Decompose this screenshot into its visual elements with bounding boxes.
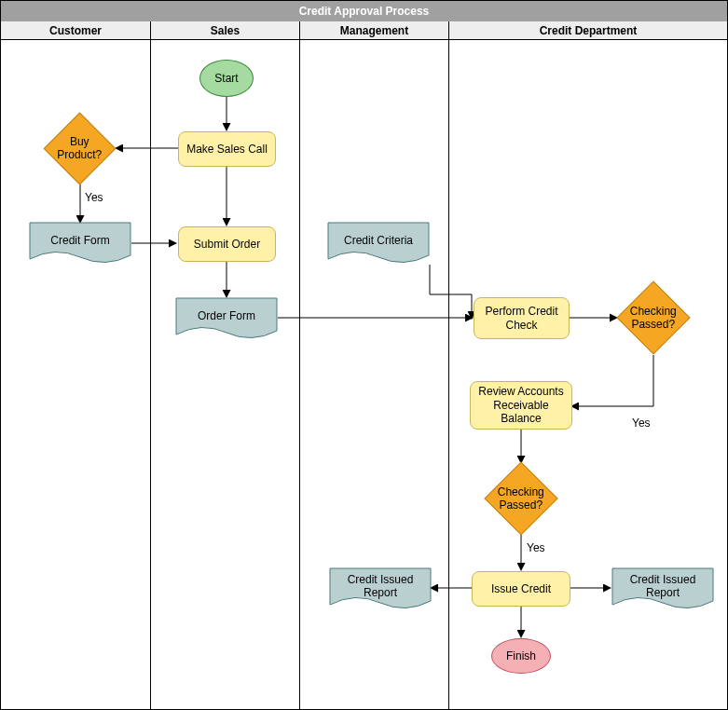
- checking-passed-1-yes: Yes: [632, 416, 651, 430]
- credit-issued-report-right-label: Credit Issued Report: [611, 573, 714, 599]
- credit-criteria-label: Credit Criteria: [344, 234, 413, 247]
- finish-label: Finish: [506, 649, 536, 662]
- credit-criteria-doc: Credit Criteria: [327, 222, 430, 266]
- buy-product-label: Buy Product?: [57, 135, 102, 162]
- swimlane-diagram: Credit Approval Process Customer Sales M…: [0, 0, 728, 710]
- order-form-doc: Order Form: [175, 297, 278, 342]
- lane-header-management: Management: [299, 21, 448, 40]
- finish-node: Finish: [491, 638, 551, 674]
- lane-divider: [299, 21, 300, 709]
- lane-header-customer: Customer: [1, 21, 150, 40]
- perform-credit-check-label: Perform Credit Check: [478, 305, 565, 332]
- lane-divider: [448, 21, 449, 709]
- credit-issued-report-left-label: Credit Issued Report: [329, 573, 432, 599]
- issue-credit-label: Issue Credit: [491, 582, 551, 595]
- checking-passed-1-label: Checking Passed?: [630, 305, 677, 332]
- make-sales-call-node: Make Sales Call: [178, 131, 276, 167]
- lane-header-credit: Credit Department: [448, 21, 727, 40]
- credit-issued-report-left-doc: Credit Issued Report: [329, 567, 432, 612]
- lane-header-sales: Sales: [150, 21, 299, 40]
- buy-product-yes-label: Yes: [85, 191, 103, 204]
- issue-credit-node: Issue Credit: [472, 571, 570, 607]
- review-ar-label: Review Accounts Receivable Balance: [474, 385, 568, 425]
- start-node: Start: [199, 60, 254, 97]
- perform-credit-check-node: Perform Credit Check: [474, 297, 570, 339]
- order-form-label: Order Form: [198, 309, 255, 322]
- submit-order-label: Submit Order: [194, 238, 260, 251]
- diagram-title: Credit Approval Process: [1, 1, 727, 22]
- make-sales-call-label: Make Sales Call: [186, 143, 268, 156]
- review-ar-node: Review Accounts Receivable Balance: [470, 381, 572, 430]
- credit-form-doc: Credit Form: [29, 222, 131, 266]
- checking-passed-1-decision: Checking Passed?: [616, 280, 690, 354]
- buy-product-decision: Buy Product?: [44, 113, 117, 185]
- start-label: Start: [214, 72, 238, 85]
- credit-issued-report-right-doc: Credit Issued Report: [611, 567, 714, 612]
- checking-passed-2-decision: Checking Passed?: [484, 461, 557, 535]
- submit-order-node: Submit Order: [178, 226, 276, 262]
- credit-form-label: Credit Form: [50, 234, 109, 247]
- checking-passed-2-label: Checking Passed?: [498, 485, 544, 512]
- checking-passed-2-yes: Yes: [527, 541, 545, 554]
- lane-divider: [150, 21, 151, 709]
